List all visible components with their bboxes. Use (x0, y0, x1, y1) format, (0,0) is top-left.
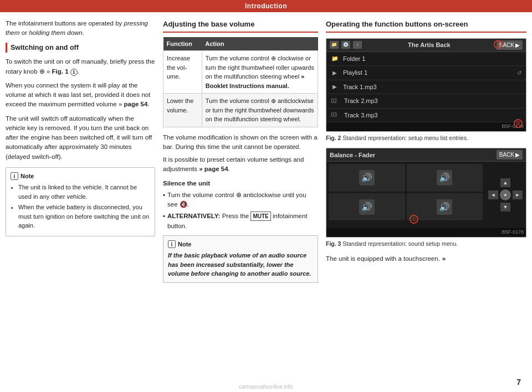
fig2-list: 📁 Folder 1 ▶ Playlist 1 ↺ ▶ Track 1.mp3 … (326, 52, 526, 123)
volume-para2: It is possible to preset certain volume … (163, 155, 318, 174)
speaker-rl: 🔊 (329, 193, 405, 221)
label-a: A (494, 40, 503, 49)
fig2-caption: Fig. 2 Standard representation: setup me… (326, 134, 526, 143)
page: Introduction The infotainment buttons ar… (0, 0, 532, 392)
list-item-playlist[interactable]: ▶ Playlist 1 ↺ (326, 66, 526, 80)
fig3-screen: Balance - Fader BACK ▶ 🔊 🔊 (326, 148, 526, 238)
note-icon: i (11, 172, 18, 180)
up-button[interactable]: ▲ (500, 178, 510, 187)
speaker-icon-fr: 🔊 (437, 170, 452, 185)
music-icon: ♪ (353, 41, 362, 49)
playlist-label: Playlist 1 (343, 68, 513, 78)
note-item-2: When the vehicle battery is disconnected… (18, 203, 150, 230)
speaker-icon-rr: 🔊 (437, 199, 452, 215)
function-table: Function Action Increase the vol­ume. Tu… (163, 37, 318, 127)
left-note-box: i Note The unit is linked to the vehicle… (6, 167, 155, 236)
screen-title: The Artis Back (362, 40, 497, 50)
table-header-action: Action (202, 37, 318, 51)
speaker-fr: 🔊 (407, 164, 483, 192)
intro-paragraph: The infotainment buttons are operated by… (6, 19, 155, 38)
track2-num: 02 (331, 97, 340, 105)
speaker-icon-rl: 🔊 (359, 199, 375, 215)
nav-controls: ▲ ◄ ● ► ▼ (485, 162, 526, 228)
volume-para1: The volume modification is shown on the … (163, 133, 318, 152)
silence-heading: Silence the unit (163, 179, 318, 188)
fig3-top-bar: Balance - Fader BACK ▶ (326, 148, 526, 162)
watermark: carmanualsonline.info (239, 384, 293, 390)
table-cell-action-2: Turn the volume control ⊕ anticlockwise … (202, 94, 318, 127)
center-button[interactable]: ● (500, 189, 511, 200)
list-item-folder[interactable]: 📁 Folder 1 (326, 52, 526, 66)
list-item-track1[interactable]: ▶ Track 1.mp3 (326, 80, 526, 95)
track2-label: Track 2.mp3 (344, 96, 521, 106)
left-button[interactable]: ◄ (488, 190, 498, 199)
speaker-icon-fl: 🔊 (359, 170, 375, 185)
track3-num: 03 (331, 111, 340, 119)
fig2-screen: 📁 💿 ♪ The Artis Back BACK ▶ A (326, 38, 526, 132)
top-bar-label: Introduction (245, 2, 287, 10)
mid-note-box: i Note If the basic playback volume of a… (163, 235, 318, 283)
label-d: D (514, 119, 523, 128)
nav-center-row: ◄ ● ► (488, 189, 523, 200)
label-c: C (410, 215, 418, 224)
note-title: i Note (11, 172, 150, 181)
sound-grid: 🔊 🔊 🔊 🔊 (326, 162, 485, 223)
down-button[interactable]: ▼ (500, 203, 510, 212)
bottom-text-row: The unit is equipped with a touchscreen.… (326, 254, 526, 264)
play-icon: ▶ (331, 69, 339, 76)
right-column: Operating the function buttons on-screen… (326, 19, 526, 382)
repeat-icon: ↺ (517, 69, 521, 77)
adjusting-heading: Adjusting the base volume (163, 19, 318, 33)
bullet-1: • Turn the volume control ⊕ anticlockwis… (163, 190, 318, 210)
track1-label: Track 1.mp3 (343, 82, 521, 92)
mid-note-icon: i (168, 240, 176, 248)
bullet-2: • ALTERNATIVELY: Press the MUTE infotain… (163, 212, 318, 231)
double-arrow-icon: » (442, 254, 446, 264)
fig3-ref: B5F-0178 (326, 228, 526, 237)
middle-column: Adjusting the base volume Function Actio… (163, 19, 318, 382)
table-cell-function-2: Lower the volume. (163, 94, 202, 127)
track3-label: Track 3.mp3 (344, 111, 521, 120)
screen-icons: 📁 💿 ♪ (330, 41, 362, 49)
play-icon-2: ▶ (331, 83, 339, 91)
switch-para2: When you connect the system it will play… (6, 81, 155, 110)
top-bar: Introduction (0, 0, 532, 12)
note-item-1: The unit is linked to the vehicle. It ca… (18, 183, 150, 201)
table-row: Increase the vol­ume. Turn the volume co… (163, 51, 318, 94)
speaker-rr: 🔊 (407, 193, 483, 221)
media-icon: 💿 (341, 41, 350, 49)
left-column: The infotainment buttons are operated by… (6, 19, 155, 382)
speaker-fl: 🔊 (329, 164, 405, 192)
folder-label: Folder 1 (343, 54, 521, 64)
mid-note-title: i Note (168, 240, 313, 249)
table-cell-action-1: Turn the volume control ⊕ clockwise or t… (202, 51, 318, 94)
table-header-function: Function (163, 37, 202, 51)
switch-para1: To switch the unit on or off manually, b… (6, 57, 155, 76)
page-number: 7 (516, 378, 521, 386)
table-cell-function-1: Increase the vol­ume. (163, 51, 202, 94)
folder-list-icon: 📁 (331, 55, 339, 63)
list-item-track2[interactable]: 02 Track 2.mp3 (326, 94, 526, 109)
list-item-track3[interactable]: 03 Track 3.mp3 (326, 109, 526, 123)
right-button[interactable]: ► (513, 190, 523, 199)
table-row: Lower the volume. Turn the volume contro… (163, 94, 318, 127)
right-heading: Operating the function buttons on-screen (326, 19, 526, 33)
switch-para3: The unit will switch off automatically w… (6, 114, 155, 162)
note-list: The unit is linked to the vehicle. It ca… (11, 183, 150, 230)
fig3-caption: Fig. 3 Standard representation: sound se… (326, 240, 526, 249)
fig2-ref: B5F-0128 (326, 122, 526, 131)
fig3-title: Balance - Fader (330, 151, 375, 160)
folder-icon: 📁 (330, 41, 339, 49)
fig3-back-button[interactable]: BACK ▶ (497, 150, 523, 159)
switching-heading: Switching on and off (6, 43, 155, 53)
content-area: The infotainment buttons are operated by… (0, 12, 532, 389)
